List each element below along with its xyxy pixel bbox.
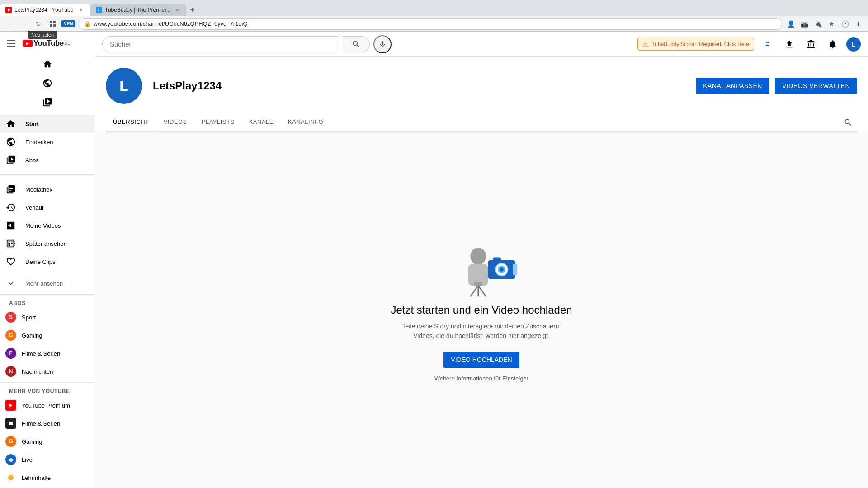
extension-icon[interactable]: 🔌 (812, 18, 824, 30)
search-button[interactable] (343, 36, 370, 52)
start-icon (5, 118, 16, 129)
tab-tubebuddy[interactable]: T TubeBuddy | The Premier... ✕ (90, 4, 186, 16)
tab-playlists[interactable]: PLAYLISTS (194, 113, 242, 131)
sidebar-item-entdecken[interactable]: Entdecken (0, 133, 95, 151)
sidebar-google-subs[interactable] (38, 93, 57, 111)
tab-youtube[interactable]: LetsPlay1234 - YouTube ✕ (0, 4, 90, 16)
tab-uebersicht[interactable]: ÜBERSICHT (106, 113, 156, 131)
sidebar-google-icons-col (0, 53, 95, 115)
warning-icon: ⚠ (642, 40, 649, 48)
sidebar-library: Mediathek Verlauf Meine Videos Später an… (0, 177, 95, 274)
sidebar-item-abos[interactable]: Abos (0, 151, 95, 169)
verlauf-icon (5, 202, 16, 213)
upload-desc: Teile deine Story und interagiere mit de… (396, 322, 567, 341)
yt-premium-avatar (5, 400, 16, 411)
extensions-button[interactable] (47, 18, 59, 30)
sidebar: YouTube DE Start (0, 32, 95, 488)
kanal-anpassen-button[interactable]: KANAL ANPASSEN (696, 78, 769, 94)
entdecken-icon (5, 136, 16, 147)
page: YouTube DE Start (0, 32, 868, 488)
tubebuddy-banner[interactable]: ⚠ TubeBuddy Sign-in Required, Click Here (637, 38, 754, 51)
sidebar-item-spaeter[interactable]: Später ansehen (0, 235, 95, 253)
bookmark-icon[interactable]: ★ (826, 18, 837, 30)
tab-close-tb[interactable]: ✕ (174, 6, 181, 14)
main-content: ⚠ TubeBuddy Sign-in Required, Click Here… (95, 32, 868, 488)
address-bar[interactable]: 🔒 www.youtube.com/channel/UCocN6zQPHQZ_0… (78, 18, 782, 30)
history-icon[interactable]: 🕐 (839, 18, 851, 30)
mehr-ansehen-label: Mehr ansehen (25, 280, 63, 287)
videos-verwalten-button[interactable]: VIDEOS VERWALTEN (775, 78, 857, 94)
svg-line-16 (470, 286, 478, 296)
channel-tabs: ÜBERSICHT VIDEOS PLAYLISTS KANÄLE KANALI… (106, 113, 857, 132)
sidebar-nav: Start Entdecken Abos (0, 115, 95, 173)
tubebuddy-icon-btn[interactable]: ≡ (760, 36, 776, 52)
sidebar-channel-filme[interactable]: F Filme & Serien (0, 344, 95, 362)
sidebar-item-clips[interactable]: Deine Clips (0, 253, 95, 271)
svg-marker-0 (8, 8, 10, 12)
sidebar-yt-filme[interactable]: Filme & Serien (0, 414, 95, 432)
channel-search-btn[interactable] (839, 113, 857, 131)
svg-rect-11 (493, 257, 501, 261)
apps-icon[interactable] (803, 36, 819, 52)
channel-initial: L (119, 78, 128, 94)
browser-toolbar: ← → ↻ Neu laden VPN 🔒 www.youtube.com/ch… (0, 16, 868, 32)
reload-button[interactable]: ↻ Neu laden (33, 18, 44, 30)
new-tab-button[interactable]: + (186, 4, 199, 16)
sidebar-channel-nachrichten[interactable]: N Nachrichten (0, 362, 95, 380)
nachrichten-avatar: N (5, 366, 16, 377)
browser-chrome: LetsPlay1234 - YouTube ✕ T TubeBuddy | T… (0, 0, 868, 32)
notifications-icon[interactable] (825, 36, 841, 52)
svg-point-8 (470, 247, 486, 264)
sidebar-google-explore[interactable] (38, 74, 57, 92)
user-avatar[interactable]: L (846, 37, 861, 52)
search-container (102, 35, 392, 53)
upload-illustration (445, 239, 518, 293)
mic-button[interactable] (373, 35, 392, 53)
sidebar-yt-gaming[interactable]: G Gaming (0, 432, 95, 450)
mediathek-icon (5, 184, 16, 195)
profile-icon[interactable]: 👤 (785, 18, 797, 30)
tab-kanaele[interactable]: KANÄLE (242, 113, 281, 131)
sport-label: Sport (22, 314, 36, 321)
upload-icon[interactable] (781, 36, 797, 52)
tab-bar: LetsPlay1234 - YouTube ✕ T TubeBuddy | T… (0, 0, 868, 16)
sidebar-item-meine-videos[interactable]: Meine Videos (0, 216, 95, 235)
channel-actions: KANAL ANPASSEN VIDEOS VERWALTEN (696, 78, 857, 94)
sidebar-item-verlauf[interactable]: Verlauf (0, 198, 95, 216)
tab-title-yt: LetsPlay1234 - YouTube (14, 7, 75, 13)
screenshot-icon[interactable]: 📷 (798, 18, 810, 30)
sidebar-lehrinhalte[interactable]: Lehrinhalte (0, 469, 95, 487)
channel-header: L LetsPlay1234 KANAL ANPASSEN VIDEOS VER… (106, 68, 857, 104)
svg-text:T: T (97, 8, 99, 12)
sidebar-google-home[interactable] (38, 55, 57, 73)
sidebar-item-mediathek[interactable]: Mediathek (0, 180, 95, 198)
sidebar-mehr-ansehen[interactable]: Mehr ansehen (0, 274, 95, 292)
svg-rect-4 (53, 21, 56, 23)
back-button[interactable]: ← (4, 18, 15, 30)
sidebar-item-start[interactable]: Start (0, 115, 95, 133)
sidebar-mehr-von-yt: MEHR VON YOUTUBE YouTube Premium Filme &… (0, 385, 95, 488)
svg-rect-19 (474, 282, 482, 286)
vpn-badge[interactable]: VPN (61, 20, 75, 27)
spaeter-label: Später ansehen (25, 240, 67, 247)
forward-button[interactable]: → (18, 18, 30, 30)
youtube-logo[interactable]: YouTube DE (23, 39, 70, 48)
svg-rect-3 (50, 21, 52, 23)
downloads-icon[interactable]: ⬇ (853, 18, 864, 30)
hamburger-menu[interactable] (7, 40, 15, 47)
reload-tooltip: Neu laden (28, 31, 57, 39)
tab-close-yt[interactable]: ✕ (78, 6, 85, 14)
svg-line-18 (478, 286, 486, 296)
search-input[interactable] (102, 36, 339, 52)
tab-kanalinfo[interactable]: KANALINFO (281, 113, 330, 131)
nachrichten-label: Nachrichten (22, 368, 53, 375)
tab-videos[interactable]: VIDEOS (156, 113, 194, 131)
sidebar-channel-sport[interactable]: S Sport (0, 308, 95, 326)
sidebar-yt-live[interactable]: ◉ Live (0, 450, 95, 469)
start-label: Start (25, 121, 39, 127)
sidebar-yt-premium[interactable]: YouTube Premium (0, 396, 95, 414)
upload-link[interactable]: Weitere Informationen für Einsteiger (434, 375, 528, 382)
video-hochladen-button[interactable]: VIDEO HOCHLADEN (443, 352, 519, 368)
sidebar-channel-gaming[interactable]: G Gaming (0, 326, 95, 344)
gaming-label: Gaming (22, 332, 42, 339)
